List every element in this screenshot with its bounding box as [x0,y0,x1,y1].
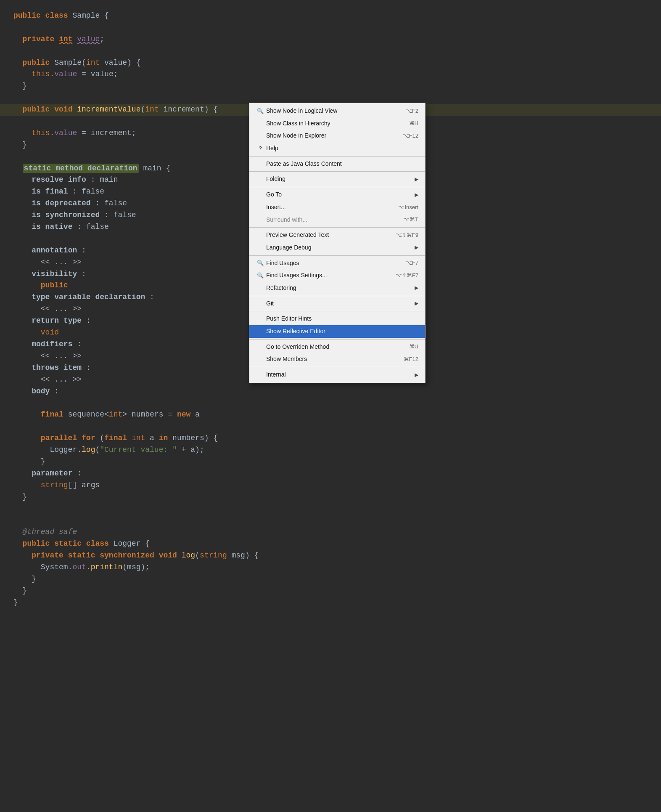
menu-item-find-usages-settings[interactable]: 🔍Find Usages Settings...⌥⇧⌘F7 [249,269,425,282]
menu-item-paste-java[interactable]: Paste as Java Class Content [249,158,425,170]
menu-icon: 🔍 [256,107,264,115]
menu-separator [249,296,425,296]
menu-separator [249,171,425,172]
menu-label: Show Node in Explorer [266,131,389,141]
menu-label: Insert... [266,203,385,212]
menu-label: Find Usages [266,259,392,268]
menu-label: Help [266,144,418,153]
menu-label: Language Debug [266,243,415,252]
menu-item-internal[interactable]: Internal▶ [249,369,425,381]
menu-separator [249,187,425,187]
menu-item-git[interactable]: Git▶ [249,297,425,310]
menu-separator [249,339,425,340]
menu-shortcut: ⌥Insert [398,203,418,212]
context-menu[interactable]: 🔍Show Node in Logical View⌥F2Show Class … [249,103,426,383]
menu-item-go-to-overridden[interactable]: Go to Overriden Method⌘U [249,341,425,353]
menu-separator [249,227,425,228]
menu-shortcut: ⌘H [409,119,418,127]
menu-item-help[interactable]: ?Help [249,142,425,155]
menu-item-show-reflective-editor[interactable]: Show Reflective Editor [249,325,425,338]
menu-item-show-node-logical[interactable]: 🔍Show Node in Logical View⌥F2 [249,105,425,117]
menu-item-show-members[interactable]: Show Members⌘F12 [249,353,425,366]
menu-item-refactoring[interactable]: Refactoring▶ [249,282,425,295]
menu-separator [249,311,425,311]
menu-item-push-editor-hints[interactable]: Push Editor Hints [249,313,425,325]
menu-shortcut: ⌥⇧⌘F9 [396,231,418,239]
menu-arrow: ▶ [415,244,418,252]
menu-label: Show Reflective Editor [266,327,418,336]
menu-label: Internal [266,370,415,379]
menu-label: Go to Overriden Method [266,342,396,352]
menu-label: Git [266,299,415,308]
menu-label: Push Editor Hints [266,314,418,324]
menu-arrow: ▶ [415,300,418,308]
menu-arrow: ▶ [415,284,418,292]
menu-label: Preview Generated Text [266,231,382,240]
menu-separator [249,156,425,157]
menu-icon: 🔍 [256,259,264,267]
menu-icon: ? [256,144,264,153]
menu-item-surround[interactable]: Surround with...⌥⌘T [249,214,425,226]
menu-separator [249,255,425,256]
menu-icon: 🔍 [256,271,264,280]
menu-item-language-debug[interactable]: Language Debug▶ [249,241,425,254]
menu-shortcut: ⌥⌘T [403,215,418,224]
menu-item-show-class-hierarchy[interactable]: Show Class in Hierarchy⌘H [249,117,425,130]
code-editor: public class Sample { private int value;… [13,10,648,608]
menu-separator [249,367,425,367]
menu-label: Paste as Java Class Content [266,159,418,169]
menu-arrow: ▶ [415,191,418,199]
menu-item-show-node-explorer[interactable]: Show Node in Explorer⌥F12 [249,130,425,142]
menu-label: Refactoring [266,284,415,293]
menu-arrow: ▶ [415,175,418,183]
menu-label: Show Members [266,355,390,364]
menu-item-insert[interactable]: Insert...⌥Insert [249,201,425,214]
menu-label: Find Usages Settings... [266,271,382,280]
menu-item-folding[interactable]: Folding▶ [249,173,425,186]
menu-shortcut: ⌥⇧⌘F7 [396,271,418,280]
menu-arrow: ▶ [415,371,418,379]
menu-shortcut: ⌘U [409,342,418,351]
menu-shortcut: ⌥F12 [403,132,418,140]
menu-label: Show Node in Logical View [266,106,392,116]
menu-label: Folding [266,175,415,184]
menu-shortcut: ⌥F2 [406,107,418,115]
menu-shortcut: ⌘F12 [404,355,418,364]
menu-label: Show Class in Hierarchy [266,119,396,128]
menu-item-preview-generated[interactable]: Preview Generated Text⌥⇧⌘F9 [249,229,425,241]
menu-item-find-usages[interactable]: 🔍Find Usages⌥F7 [249,257,425,270]
menu-item-goto[interactable]: Go To▶ [249,188,425,201]
menu-shortcut: ⌥F7 [406,259,418,267]
menu-label: Surround with... [266,215,390,225]
menu-label: Go To [266,190,415,199]
